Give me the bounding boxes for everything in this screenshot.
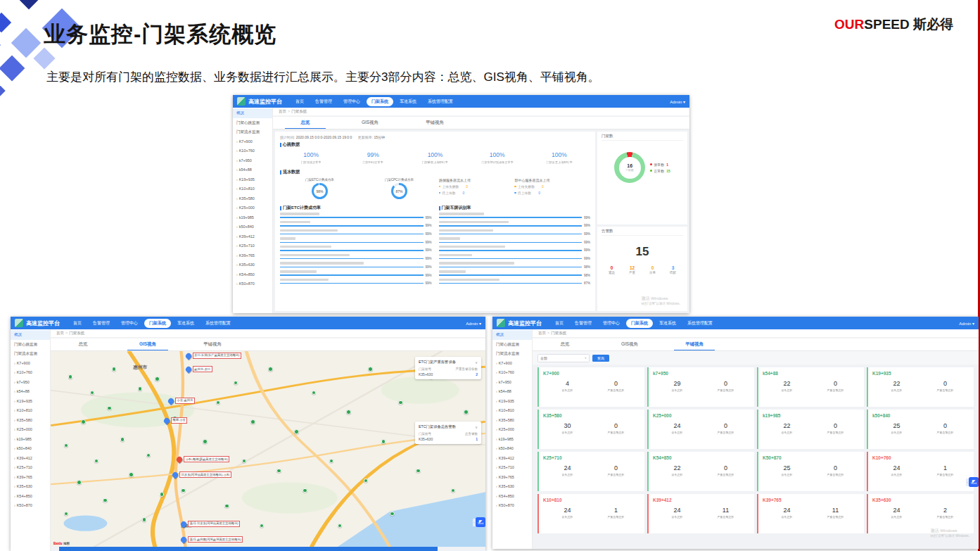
nav-item-1[interactable]: 首页	[68, 319, 87, 328]
sidebar-item[interactable]: ›K50+870	[11, 501, 50, 511]
sidebar-item[interactable]: ›K25+000	[11, 425, 50, 435]
sidebar-item[interactable]: ›K39+765	[233, 251, 272, 261]
nav-item-6[interactable]: 系统管理配置	[201, 319, 236, 328]
sidebar-item[interactable]: 门架心跳监测	[233, 118, 272, 128]
critical-alarm-device-panel[interactable]: ETC门架严重告警设备∨ 门架桩号严重告警设备数 K35+6302	[415, 357, 481, 379]
tab-平铺视角[interactable]: 平铺视角	[402, 117, 467, 129]
todesk-icon[interactable]: ◤ToDesk	[969, 477, 979, 487]
nav-item-3[interactable]: 管理中心	[116, 319, 143, 328]
green-map-pin-icon[interactable]	[451, 488, 456, 493]
sidebar-item[interactable]: ›K25+000	[233, 203, 272, 213]
sidebar-item[interactable]: ›K35+630	[233, 260, 272, 270]
sidebar-item[interactable]: ›k54+88	[233, 165, 272, 175]
sidebar-item[interactable]: ›K54+850	[492, 492, 532, 502]
green-map-pin-icon[interactable]	[303, 488, 307, 493]
green-map-pin-icon[interactable]	[129, 472, 134, 477]
green-map-pin-icon[interactable]	[107, 406, 112, 411]
sidebar-item[interactable]: ›K10+810	[492, 406, 532, 416]
sidebar-item[interactable]: 门架流水监测	[492, 349, 532, 359]
nav-item-2[interactable]: 告警管理	[570, 319, 597, 328]
tab-平铺视角[interactable]: 平铺视角	[662, 338, 727, 350]
gantry-card[interactable]: K7+9004设备总数0严重告警总数	[537, 367, 644, 407]
gantry-card[interactable]: k50+84025设备总数0严重告警总数	[867, 410, 974, 449]
sidebar-item[interactable]: ›K10+810	[233, 184, 272, 194]
sidebar-item[interactable]: 门架流水监测	[11, 349, 50, 359]
nav-item-4[interactable]: 门架系统	[367, 97, 393, 106]
admin-menu[interactable]: Admin ▾	[466, 321, 481, 326]
sidebar-item[interactable]: ›K10+760	[11, 368, 50, 378]
tab-总览[interactable]: 总览	[273, 117, 338, 129]
green-map-pin-icon[interactable]	[268, 367, 273, 372]
sidebar-item[interactable]: ›K39+765	[11, 473, 50, 483]
green-map-pin-icon[interactable]	[250, 419, 255, 424]
sidebar-item[interactable]: ›K35+630	[11, 482, 50, 492]
sidebar-item[interactable]: ›K50+870	[233, 279, 272, 289]
sidebar-item[interactable]: ›K50+870	[492, 501, 532, 511]
sidebar-item[interactable]: ›K54+850	[11, 492, 50, 502]
sidebar-item[interactable]: 门架流水监测	[233, 127, 272, 137]
nav-item-2[interactable]: 告警管理	[88, 319, 115, 328]
nav-item-2[interactable]: 告警管理	[310, 97, 337, 106]
green-map-pin-icon[interactable]	[203, 439, 208, 444]
sidebar-item[interactable]: ›K39+765	[492, 473, 532, 483]
sidebar-item[interactable]: ›K10+760	[492, 368, 532, 378]
sidebar-item[interactable]: ›K35+580	[492, 416, 532, 426]
green-map-pin-icon[interactable]	[64, 443, 69, 448]
admin-menu[interactable]: Admin ▾	[959, 321, 974, 326]
gantry-card[interactable]: K54+85022设备总数0严重告警总数	[647, 452, 754, 491]
chevron-down-icon[interactable]: ∨	[475, 425, 478, 429]
sidebar-item[interactable]: ›K10+760	[233, 146, 272, 156]
gantry-card[interactable]: K10+81024设备总数1严重告警总数	[537, 494, 644, 533]
nav-item-5[interactable]: 车道系统	[654, 319, 681, 328]
green-map-pin-icon[interactable]	[142, 517, 147, 522]
green-map-pin-icon[interactable]	[346, 410, 351, 414]
green-map-pin-icon[interactable]	[224, 504, 229, 509]
tab-总览[interactable]: 总览	[533, 338, 597, 350]
sidebar-item[interactable]: ›K25+000	[492, 425, 532, 435]
sidebar-item[interactable]: ›K35+630	[492, 482, 532, 492]
sidebar-item[interactable]: ›k19+985	[492, 435, 532, 445]
gis-map[interactable]: ETC门架严重告警设备∨ 门架桩号严重告警设备数 K35+6302 ETC门架设…	[51, 351, 485, 547]
green-map-pin-icon[interactable]	[68, 374, 73, 379]
green-map-pin-icon[interactable]	[155, 376, 160, 381]
sidebar-item[interactable]: ›k7+950	[492, 378, 532, 388]
sidebar-item[interactable]: ›K25+710	[492, 463, 532, 473]
todesk-icon[interactable]: ◤ToDesk	[476, 517, 485, 527]
sidebar-item[interactable]: ›K19+935	[11, 397, 50, 407]
nav-item-3[interactable]: 管理中心	[338, 97, 365, 106]
sidebar-item[interactable]: ›K35+580	[233, 194, 272, 204]
gantry-card[interactable]: K25+71024设备总数0严重告警总数	[537, 452, 644, 491]
gantry-card[interactable]: K25+00024设备总数0严重告警总数	[647, 410, 754, 449]
sidebar-item[interactable]: 门架心跳监测	[11, 340, 50, 350]
green-map-pin-icon[interactable]	[464, 410, 469, 414]
sidebar-item[interactable]: ›K25+710	[11, 463, 50, 473]
search-button[interactable]: 查询	[592, 355, 609, 362]
sidebar-item[interactable]: ›k7+950	[11, 378, 50, 388]
sidebar-item[interactable]: 概况	[492, 330, 532, 340]
sidebar-item[interactable]: ›k19+985	[233, 213, 272, 223]
green-map-pin-icon[interactable]	[294, 429, 299, 434]
filter-select[interactable]: 全部∨	[537, 354, 590, 362]
nav-item-5[interactable]: 车道系统	[172, 319, 199, 328]
nav-item-1[interactable]: 首页	[291, 97, 309, 106]
tab-总览[interactable]: 总览	[51, 338, 115, 350]
todesk-widget[interactable]: ‹ ◤ToDesk	[966, 477, 979, 487]
sidebar-item[interactable]: ›K39+412	[11, 454, 50, 464]
nav-item-3[interactable]: 管理中心	[598, 319, 625, 328]
gantry-card[interactable]: k19+98522设备总数0严重告警总数	[757, 410, 864, 449]
nav-item-1[interactable]: 首页	[550, 319, 568, 328]
sidebar-item[interactable]: ›k50+840	[233, 222, 272, 232]
sidebar-item[interactable]: ›K39+412	[492, 454, 532, 464]
sidebar-item[interactable]: 门架心跳监测	[492, 340, 532, 350]
sidebar-item[interactable]: ›k54+88	[492, 387, 532, 397]
gantry-card[interactable]: k54+8822设备总数0严重告警总数	[757, 367, 864, 407]
sidebar-item[interactable]: ›K7+900	[11, 359, 50, 369]
sidebar-item[interactable]: ›K54+850	[233, 270, 272, 280]
green-map-pin-icon[interactable]	[138, 386, 143, 391]
green-map-pin-icon[interactable]	[112, 367, 117, 372]
gantry-card[interactable]: K35+58030设备总数0严重告警总数	[537, 410, 644, 449]
green-map-pin-icon[interactable]	[368, 367, 373, 372]
green-map-pin-icon[interactable]	[390, 512, 395, 517]
green-map-pin-icon[interactable]	[416, 469, 421, 474]
green-map-pin-icon[interactable]	[90, 391, 95, 395]
